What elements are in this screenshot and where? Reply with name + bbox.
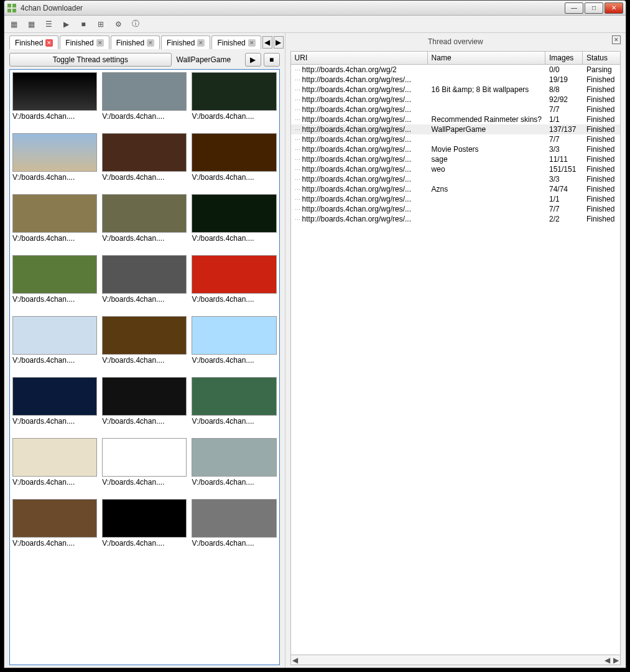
- table-row[interactable]: ⋯http://boards.4chan.org/wg/res/...Azns7…: [291, 184, 620, 194]
- column-header-name[interactable]: Name: [428, 52, 545, 64]
- thumbnail-item[interactable]: V:/boards.4chan....: [102, 72, 187, 121]
- scroll-left2-icon[interactable]: ◀: [603, 656, 611, 665]
- table-row[interactable]: ⋯http://boards.4chan.org/wg/res/...7/7Fi…: [291, 105, 620, 114]
- tab-close-icon[interactable]: ✕: [45, 39, 53, 47]
- toolbar-add2-icon[interactable]: ▦: [25, 19, 37, 30]
- thumbnail-item[interactable]: V:/boards.4chan....: [102, 316, 187, 365]
- thumbnail-item[interactable]: V:/boards.4chan....: [12, 499, 97, 548]
- thumbnail-item[interactable]: V:/boards.4chan....: [12, 255, 97, 304]
- thumbnail-image[interactable]: [12, 499, 97, 538]
- toolbar-info-icon[interactable]: ⓘ: [130, 19, 141, 30]
- thumbnail-item[interactable]: V:/boards.4chan....: [192, 194, 276, 243]
- tree-toggle-icon[interactable]: ⋯: [295, 97, 300, 103]
- thumbnail-image[interactable]: [12, 133, 97, 172]
- thumbnail-item[interactable]: V:/boards.4chan....: [192, 438, 276, 487]
- column-header-status[interactable]: Status: [583, 52, 620, 64]
- table-row[interactable]: ⋯http://boards.4chan.org/wg/res/...Movie…: [291, 144, 620, 154]
- thread-play-button[interactable]: ▶: [245, 53, 261, 67]
- thumbnail-image[interactable]: [102, 133, 187, 172]
- thumbnail-item[interactable]: V:/boards.4chan....: [102, 499, 187, 548]
- tab-nav-right-icon[interactable]: ▶: [274, 36, 284, 49]
- tab-close-icon[interactable]: ✕: [197, 39, 205, 47]
- tree-toggle-icon[interactable]: ⋯: [295, 127, 300, 133]
- thumbnail-image[interactable]: [102, 316, 187, 355]
- tree-toggle-icon[interactable]: ⋯: [295, 77, 300, 83]
- tab-close-icon[interactable]: ✕: [248, 39, 256, 47]
- toolbar-list-icon[interactable]: ☰: [43, 19, 54, 30]
- thumbnail-image[interactable]: [12, 377, 97, 416]
- thumbnail-area[interactable]: V:/boards.4chan....V:/boards.4chan....V:…: [9, 69, 280, 665]
- thumbnail-item[interactable]: V:/boards.4chan....: [102, 194, 187, 243]
- thumbnail-item[interactable]: V:/boards.4chan....: [102, 438, 187, 487]
- thumbnail-image[interactable]: [192, 133, 276, 172]
- tab-close-icon[interactable]: ✕: [96, 39, 104, 47]
- toolbar-play-icon[interactable]: ▶: [60, 19, 72, 30]
- table-row[interactable]: ⋯http://boards.4chan.org/wg/res/...3/3Fi…: [291, 174, 620, 184]
- toolbar-grid-icon[interactable]: ⊞: [95, 19, 106, 30]
- thumbnail-item[interactable]: V:/boards.4chan....: [102, 133, 187, 182]
- maximize-button[interactable]: □: [585, 2, 603, 14]
- thumbnail-item[interactable]: V:/boards.4chan....: [12, 194, 97, 243]
- overview-close-icon[interactable]: ✕: [612, 35, 621, 44]
- tab-nav-left-icon[interactable]: ◀: [262, 36, 272, 49]
- minimize-button[interactable]: —: [565, 2, 583, 14]
- thumbnail-image[interactable]: [192, 316, 276, 355]
- titlebar[interactable]: 4chan Downloader — □ ✕: [4, 1, 626, 16]
- thumbnail-item[interactable]: V:/boards.4chan....: [12, 133, 97, 182]
- thumbnail-image[interactable]: [102, 377, 187, 416]
- thumbnail-item[interactable]: V:/boards.4chan....: [102, 255, 187, 304]
- thumbnail-image[interactable]: [12, 194, 97, 233]
- tab-finished[interactable]: Finished✕: [161, 35, 210, 49]
- thumbnail-item[interactable]: V:/boards.4chan....: [12, 72, 97, 121]
- thumbnail-image[interactable]: [12, 72, 97, 111]
- table-row[interactable]: ⋯http://boards.4chan.org/wg/20/0Parsing: [291, 65, 620, 75]
- tree-toggle-icon[interactable]: ⋯: [295, 87, 300, 93]
- tree-toggle-icon[interactable]: ⋯: [295, 167, 300, 173]
- table-row[interactable]: ⋯http://boards.4chan.org/wg/res/...weo15…: [291, 164, 620, 174]
- scroll-left-icon[interactable]: ◀: [291, 656, 300, 665]
- toolbar-stop-icon[interactable]: ■: [78, 19, 89, 30]
- toolbar-settings-icon[interactable]: ⚙: [113, 19, 124, 30]
- thumbnail-item[interactable]: V:/boards.4chan....: [192, 499, 276, 548]
- thumbnail-image[interactable]: [192, 72, 276, 111]
- tree-toggle-icon[interactable]: ⋯: [295, 187, 300, 193]
- table-row[interactable]: ⋯http://boards.4chan.org/wg/res/...7/7Fi…: [291, 134, 620, 144]
- tree-toggle-icon[interactable]: ⋯: [295, 177, 300, 183]
- tab-finished[interactable]: Finished✕: [60, 35, 109, 49]
- thumbnail-image[interactable]: [12, 255, 97, 294]
- thumbnail-item[interactable]: V:/boards.4chan....: [12, 377, 97, 426]
- table-row[interactable]: ⋯http://boards.4chan.org/wg/res/...2/2Fi…: [291, 214, 620, 224]
- close-button[interactable]: ✕: [605, 2, 623, 14]
- thumbnail-image[interactable]: [102, 72, 187, 111]
- table-row[interactable]: ⋯http://boards.4chan.org/wg/res/...92/92…: [291, 95, 620, 105]
- thumbnail-item[interactable]: V:/boards.4chan....: [102, 377, 187, 426]
- thumbnail-item[interactable]: V:/boards.4chan....: [192, 72, 276, 121]
- thumbnail-image[interactable]: [12, 316, 97, 355]
- thumbnail-item[interactable]: V:/boards.4chan....: [12, 438, 97, 487]
- thumbnail-image[interactable]: [192, 194, 276, 233]
- thumbnail-item[interactable]: V:/boards.4chan....: [12, 316, 97, 365]
- thumbnail-image[interactable]: [192, 377, 276, 416]
- tree-toggle-icon[interactable]: ⋯: [295, 147, 300, 153]
- thumbnail-image[interactable]: [192, 255, 276, 294]
- toggle-thread-settings-button[interactable]: Toggle Thread settings: [9, 53, 172, 67]
- tree-toggle-icon[interactable]: ⋯: [295, 117, 300, 123]
- tree-toggle-icon[interactable]: ⋯: [295, 137, 300, 143]
- tab-finished[interactable]: Finished✕: [211, 35, 261, 49]
- thumbnail-item[interactable]: V:/boards.4chan....: [192, 377, 276, 426]
- column-header-images[interactable]: Images: [545, 52, 583, 64]
- thumbnail-item[interactable]: V:/boards.4chan....: [192, 316, 276, 365]
- table-row[interactable]: ⋯http://boards.4chan.org/wg/res/...19/19…: [291, 75, 620, 85]
- tab-finished[interactable]: Finished✕: [111, 35, 160, 49]
- scroll-right-icon[interactable]: ▶: [611, 656, 620, 665]
- thumbnail-image[interactable]: [192, 438, 276, 477]
- thumbnail-image[interactable]: [102, 438, 187, 477]
- thumbnail-item[interactable]: V:/boards.4chan....: [192, 255, 276, 304]
- tree-toggle-icon[interactable]: ⋯: [295, 107, 300, 113]
- toolbar-add-icon[interactable]: ▦: [8, 19, 19, 30]
- tree-toggle-icon[interactable]: ⋯: [295, 157, 300, 163]
- table-row[interactable]: ⋯http://boards.4chan.org/wg/res/...7/7Fi…: [291, 204, 620, 214]
- table-row[interactable]: ⋯http://boards.4chan.org/wg/res/...WallP…: [291, 124, 620, 134]
- tree-toggle-icon[interactable]: ⋯: [295, 197, 300, 203]
- thumbnail-image[interactable]: [102, 194, 187, 233]
